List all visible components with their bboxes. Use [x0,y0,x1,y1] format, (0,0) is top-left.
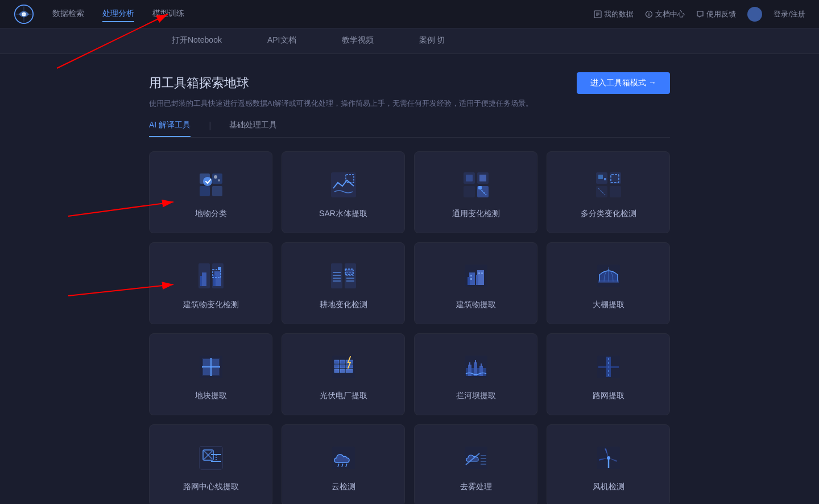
section-header: 用工具箱探索地球 进入工具箱模式 → [149,72,670,94]
my-data-icon [594,10,602,18]
nav-data-search[interactable]: 数据检索 [52,6,84,22]
tool-multi-change[interactable]: 多分类变化检测 [547,151,670,233]
tool-solar-extract[interactable]: 光伏电厂提取 [282,333,405,415]
svg-rect-70 [334,365,339,368]
tool-road-extract[interactable]: 路网提取 [547,333,670,415]
sar-water-icon [329,170,358,200]
tool-sar-water-label: SAR水体提取 [319,209,367,219]
svg-rect-18 [479,175,486,181]
tool-dam-extract-label: 拦河坝提取 [456,391,496,401]
svg-rect-26 [604,178,606,180]
land-classify-icon [196,170,226,200]
svg-rect-6 [200,186,210,196]
tool-road-center-label: 路网中心线提取 [183,482,239,492]
svg-rect-80 [479,366,483,376]
strip-cases[interactable]: 案例 切 [396,28,468,53]
svg-rect-17 [466,175,473,181]
nav-process-analysis[interactable]: 处理分析 [102,6,134,22]
svg-rect-67 [334,360,339,363]
tool-solar-extract-label: 光伏电厂提取 [320,391,367,401]
svg-rect-68 [340,360,345,363]
feedback-nav[interactable]: 使用反馈 [696,9,736,19]
tool-road-extract-label: 路网提取 [593,391,624,401]
tool-cloud-detect-label: 云检测 [332,482,355,492]
tool-dehaze-label: 去雾处理 [460,482,492,492]
tool-building-change[interactable]: 建筑物变化检测 [149,242,272,324]
svg-rect-74 [340,369,345,373]
svg-rect-30 [200,276,202,286]
svg-rect-53 [470,278,472,280]
svg-rect-36 [345,263,356,288]
svg-point-8 [203,177,212,186]
strip-video[interactable]: 教学视频 [319,28,396,53]
top-strip: 打开Notebook API文档 教学视频 案例 切 [0,28,819,54]
tab-basic-tools[interactable]: 基础处理工具 [229,120,277,137]
tool-greenhouse[interactable]: 大棚提取 [547,242,670,324]
svg-rect-63 [212,359,219,366]
nav-links: 数据检索 处理分析 模型训练 [52,6,594,22]
tool-building-extract-label: 建筑物提取 [456,300,496,310]
main-content: 用工具箱探索地球 进入工具箱模式 → 使用已封装的工具快速进行遥感数据AI解译或… [0,54,819,504]
plot-extract-icon [196,352,226,382]
tool-change-detect[interactable]: 通用变化检测 [414,151,537,233]
nav-model-train[interactable]: 模型训练 [152,6,184,22]
svg-rect-87 [598,366,619,368]
svg-rect-57 [598,280,619,283]
tool-building-extract[interactable]: 建筑物提取 [414,242,537,324]
svg-rect-19 [478,186,482,189]
my-data-label: 我的数据 [604,9,634,19]
svg-rect-64 [203,368,210,375]
doc-center-nav[interactable]: 文档中心 [645,9,685,19]
road-center-icon [196,443,226,473]
tool-farmland-change[interactable]: 耕地变化检测 [282,242,405,324]
svg-rect-22 [596,186,607,197]
building-change-icon [196,261,226,291]
logo[interactable] [14,4,34,24]
tool-dam-extract[interactable]: 拦河坝提取 [414,333,537,415]
strip-notebook[interactable]: 打开Notebook [149,28,245,53]
solar-extract-icon [329,352,358,382]
svg-point-108 [607,456,610,460]
tool-land-classify-label: 地物分类 [195,209,227,219]
tab-divider: | [209,121,211,131]
tool-sar-water[interactable]: SAR水体提取 [282,151,405,233]
road-extract-icon [594,352,623,382]
tool-road-center[interactable]: 路网中心线提取 [149,424,272,504]
tool-land-classify[interactable]: 地物分类 [149,151,272,233]
tool-cloud-detect[interactable]: 云检测 [282,424,405,504]
section-description: 使用已封装的工具快速进行遥感数据AI解译或可视化处理，操作简易上手，无需任何开发… [149,98,670,109]
tool-farmland-change-label: 耕地变化检测 [320,300,367,310]
dehaze-icon [461,443,491,473]
doc-center-label: 文档中心 [655,9,685,19]
svg-rect-54 [478,272,480,274]
svg-rect-32 [213,275,216,286]
login-button[interactable]: 登录/注册 [774,9,805,19]
tool-dehaze[interactable]: 去雾处理 [414,424,537,504]
svg-rect-35 [331,263,342,288]
svg-rect-75 [346,369,353,373]
tool-wind-detect[interactable]: 风机检测 [547,424,670,504]
svg-point-10 [218,179,220,181]
dam-extract-icon [461,352,491,382]
my-data-nav[interactable]: 我的数据 [594,9,634,19]
change-detect-icon [461,170,491,200]
svg-rect-51 [476,275,478,285]
svg-rect-78 [468,365,471,376]
tab-ai-tools[interactable]: AI 解译工具 [149,120,191,137]
svg-rect-5 [212,173,222,184]
svg-rect-49 [468,277,470,285]
svg-rect-7 [212,186,222,196]
enter-toolbox-button[interactable]: 进入工具箱模式 → [577,72,670,94]
svg-rect-25 [598,175,603,179]
feedback-label: 使用反馈 [706,9,736,19]
tool-building-change-label: 建筑物变化检测 [183,300,239,310]
building-extract-icon [461,261,491,291]
tool-grid: 地物分类 SAR水体提取 [149,151,670,504]
avatar[interactable] [747,7,762,22]
strip-api[interactable]: API文档 [245,28,319,53]
svg-rect-55 [481,272,483,274]
tool-plot-extract[interactable]: 地块提取 [149,333,272,415]
svg-rect-23 [610,186,621,197]
section-title: 用工具箱探索地球 [149,75,249,92]
tool-wind-detect-label: 风机检测 [593,482,624,492]
